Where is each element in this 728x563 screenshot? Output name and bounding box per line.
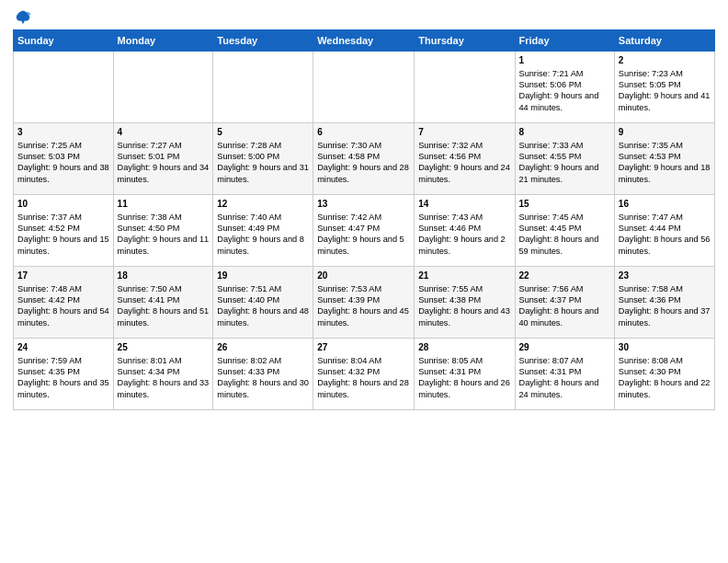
day-info: Sunset: 4:46 PM	[418, 223, 510, 234]
day-info: Sunset: 4:55 PM	[519, 151, 610, 162]
day-info: Sunset: 4:53 PM	[619, 151, 711, 162]
day-info: Daylight: 8 hours and 59 minutes.	[519, 234, 610, 257]
calendar-table: SundayMondayTuesdayWednesdayThursdayFrid…	[13, 29, 715, 410]
calendar-cell: 11Sunrise: 7:38 AMSunset: 4:50 PMDayligh…	[113, 195, 213, 267]
calendar-cell: 13Sunrise: 7:42 AMSunset: 4:47 PMDayligh…	[313, 195, 415, 267]
day-info: Daylight: 8 hours and 43 minutes.	[418, 305, 510, 328]
day-info: Sunrise: 7:27 AM	[118, 140, 210, 151]
day-info: Sunset: 4:50 PM	[118, 223, 210, 234]
day-info: Sunrise: 7:25 AM	[17, 140, 109, 151]
day-info: Sunrise: 7:50 AM	[118, 283, 210, 294]
day-info: Sunset: 4:44 PM	[619, 223, 711, 234]
day-info: Daylight: 8 hours and 51 minutes.	[118, 305, 210, 328]
day-info: Daylight: 9 hours and 5 minutes.	[317, 234, 410, 257]
calendar-cell	[415, 52, 515, 123]
day-info: Sunset: 4:36 PM	[619, 294, 711, 305]
day-info: Sunrise: 7:59 AM	[17, 355, 109, 366]
calendar-week-1: 1Sunrise: 7:21 AMSunset: 5:06 PMDaylight…	[14, 52, 715, 123]
calendar-cell	[113, 52, 213, 123]
day-info: Sunset: 5:05 PM	[619, 79, 711, 90]
day-info: Sunrise: 8:05 AM	[418, 355, 510, 366]
day-info: Daylight: 9 hours and 31 minutes.	[217, 162, 309, 185]
calendar-cell: 24Sunrise: 7:59 AMSunset: 4:35 PMDayligh…	[14, 339, 114, 410]
day-info: Daylight: 9 hours and 34 minutes.	[118, 162, 210, 185]
day-info: Sunrise: 7:48 AM	[17, 283, 109, 294]
day-number: 13	[317, 198, 410, 211]
col-header-friday: Friday	[515, 30, 614, 52]
calendar-header: SundayMondayTuesdayWednesdayThursdayFrid…	[14, 30, 715, 52]
logo-bird-icon	[15, 9, 31, 26]
day-info: Sunset: 4:49 PM	[217, 223, 309, 234]
day-info: Sunrise: 7:53 AM	[317, 283, 410, 294]
calendar-cell: 22Sunrise: 7:56 AMSunset: 4:37 PMDayligh…	[515, 267, 614, 339]
day-info: Daylight: 8 hours and 45 minutes.	[317, 305, 410, 328]
calendar-cell	[213, 52, 313, 123]
day-number: 11	[118, 198, 210, 211]
day-info: Sunrise: 8:07 AM	[519, 355, 610, 366]
calendar-cell: 1Sunrise: 7:21 AMSunset: 5:06 PMDaylight…	[515, 52, 614, 123]
col-header-tuesday: Tuesday	[213, 30, 313, 52]
col-header-wednesday: Wednesday	[313, 30, 415, 52]
col-header-thursday: Thursday	[415, 30, 515, 52]
day-info: Sunset: 4:45 PM	[519, 223, 610, 234]
day-number: 19	[217, 270, 309, 282]
page: SundayMondayTuesdayWednesdayThursdayFrid…	[0, 0, 728, 563]
day-info: Sunrise: 7:42 AM	[317, 212, 410, 223]
day-number: 29	[519, 341, 610, 354]
day-info: Sunrise: 7:58 AM	[619, 283, 711, 294]
day-number: 10	[17, 198, 109, 211]
day-number: 17	[17, 270, 109, 282]
day-info: Sunset: 4:40 PM	[217, 294, 309, 305]
day-info: Sunset: 4:30 PM	[619, 366, 711, 377]
day-info: Sunrise: 7:47 AM	[619, 212, 711, 223]
day-number: 30	[619, 341, 711, 354]
day-info: Daylight: 9 hours and 41 minutes.	[619, 90, 711, 113]
col-header-sunday: Sunday	[14, 30, 114, 52]
day-info: Sunrise: 7:37 AM	[17, 212, 109, 223]
day-info: Daylight: 8 hours and 24 minutes.	[519, 377, 610, 400]
calendar-cell: 5Sunrise: 7:28 AMSunset: 5:00 PMDaylight…	[213, 123, 313, 195]
day-number: 16	[619, 198, 711, 211]
day-info: Daylight: 9 hours and 15 minutes.	[17, 234, 109, 257]
day-info: Daylight: 9 hours and 24 minutes.	[418, 162, 510, 185]
calendar-body: 1Sunrise: 7:21 AMSunset: 5:06 PMDaylight…	[14, 52, 715, 410]
day-info: Sunset: 4:42 PM	[17, 294, 109, 305]
day-info: Daylight: 9 hours and 38 minutes.	[17, 162, 109, 185]
day-number: 18	[118, 270, 210, 282]
day-number: 22	[519, 270, 610, 282]
col-header-monday: Monday	[113, 30, 213, 52]
calendar-cell: 30Sunrise: 8:08 AMSunset: 4:30 PMDayligh…	[614, 339, 714, 410]
calendar-cell: 10Sunrise: 7:37 AMSunset: 4:52 PMDayligh…	[14, 195, 114, 267]
calendar-cell	[14, 52, 114, 123]
day-number: 2	[619, 54, 711, 67]
day-number: 3	[17, 126, 109, 139]
calendar-cell: 19Sunrise: 7:51 AMSunset: 4:40 PMDayligh…	[213, 267, 313, 339]
day-info: Sunrise: 7:21 AM	[519, 68, 610, 79]
day-info: Sunrise: 7:38 AM	[118, 212, 210, 223]
day-info: Sunrise: 7:40 AM	[217, 212, 309, 223]
day-info: Daylight: 8 hours and 33 minutes.	[118, 377, 210, 400]
calendar-cell: 7Sunrise: 7:32 AMSunset: 4:56 PMDaylight…	[415, 123, 515, 195]
calendar-week-5: 24Sunrise: 7:59 AMSunset: 4:35 PMDayligh…	[14, 339, 715, 410]
day-info: Sunset: 4:58 PM	[317, 151, 410, 162]
day-info: Sunrise: 7:56 AM	[519, 283, 610, 294]
calendar-cell: 21Sunrise: 7:55 AMSunset: 4:38 PMDayligh…	[415, 267, 515, 339]
day-info: Sunset: 4:37 PM	[519, 294, 610, 305]
day-info: Daylight: 8 hours and 22 minutes.	[619, 377, 711, 400]
day-info: Daylight: 9 hours and 11 minutes.	[118, 234, 210, 257]
day-info: Sunset: 5:00 PM	[217, 151, 309, 162]
day-info: Sunrise: 7:55 AM	[418, 283, 510, 294]
day-info: Sunset: 4:32 PM	[317, 366, 410, 377]
day-info: Daylight: 8 hours and 56 minutes.	[619, 234, 711, 257]
day-info: Sunset: 4:31 PM	[519, 366, 610, 377]
day-info: Sunset: 4:33 PM	[217, 366, 309, 377]
calendar-cell: 28Sunrise: 8:05 AMSunset: 4:31 PMDayligh…	[415, 339, 515, 410]
day-number: 26	[217, 341, 309, 354]
day-info: Daylight: 8 hours and 37 minutes.	[619, 305, 711, 328]
calendar-cell	[313, 52, 415, 123]
day-info: Sunrise: 8:04 AM	[317, 355, 410, 366]
day-number: 23	[619, 270, 711, 282]
day-number: 12	[217, 198, 309, 211]
day-info: Sunrise: 7:30 AM	[317, 140, 410, 151]
day-number: 27	[317, 341, 410, 354]
